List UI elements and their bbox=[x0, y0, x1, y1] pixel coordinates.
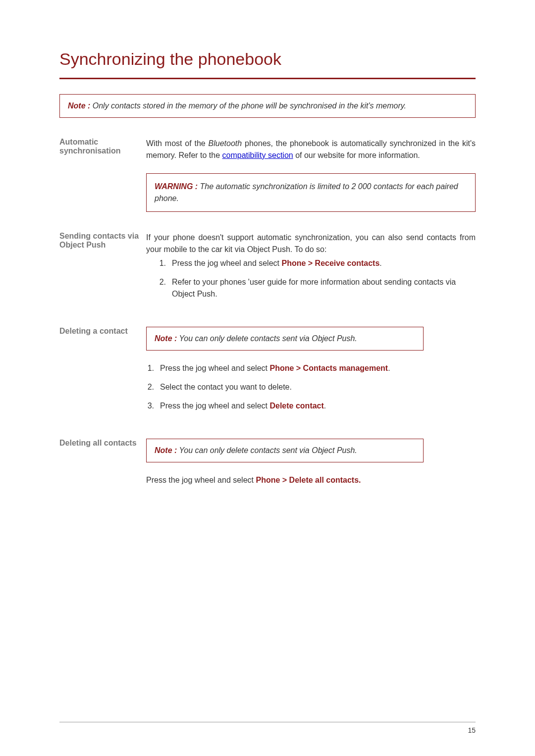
list-number: 3. bbox=[146, 400, 160, 412]
section-heading: Sending contacts via Object Push bbox=[59, 232, 146, 250]
footer-divider bbox=[59, 722, 476, 722]
note-text: Only contacts stored in the memory of th… bbox=[90, 101, 406, 110]
text: Press the jog wheel and select bbox=[172, 259, 281, 267]
list-item: 2. Select the contact you want to delete… bbox=[146, 381, 476, 393]
list-number: 1. bbox=[146, 257, 172, 269]
text: Select the contact you want to delete. bbox=[160, 383, 292, 391]
text: Press the jog wheel and select bbox=[146, 476, 256, 484]
section-delete-contact: Deleting a contact Note : You can only d… bbox=[59, 327, 476, 419]
menu-path: Phone > Delete all contacts. bbox=[256, 476, 361, 484]
text: Refer to your phones 'user guide for mor… bbox=[172, 278, 456, 298]
text: . bbox=[388, 364, 390, 372]
note-text: You can only delete contacts sent via Ob… bbox=[177, 446, 357, 454]
section-object-push: Sending contacts via Object Push If your… bbox=[59, 232, 476, 307]
top-note-box: Note : Only contacts stored in the memor… bbox=[59, 94, 476, 118]
section-heading: Deleting all contacts bbox=[59, 439, 146, 448]
bluetooth-term: Bluetooth bbox=[209, 139, 242, 148]
note-label: Note : bbox=[155, 334, 177, 343]
instruction: Press the jog wheel and select Phone > D… bbox=[146, 474, 476, 486]
warning-box: WARNING : The automatic synchronization … bbox=[146, 173, 476, 212]
compatibility-link[interactable]: compatibility section bbox=[222, 151, 293, 159]
warning-label: WARNING : bbox=[155, 182, 198, 191]
menu-path: Phone > Receive contacts bbox=[281, 259, 379, 267]
text: . bbox=[379, 259, 381, 267]
list-number: 2. bbox=[146, 381, 160, 393]
section-heading: Deleting a contact bbox=[59, 327, 146, 336]
warning-text: The automatic synchronization is limited… bbox=[155, 182, 458, 202]
page-number: 15 bbox=[468, 726, 476, 734]
paragraph: If your phone doesn't support automatic … bbox=[146, 232, 476, 255]
text: of our website for more information. bbox=[293, 151, 420, 159]
text: . bbox=[324, 402, 326, 410]
note-text: You can only delete contacts sent via Ob… bbox=[177, 334, 357, 343]
push-list: 1. Press the jog wheel and select Phone … bbox=[146, 257, 476, 300]
text: With most of the bbox=[146, 139, 209, 148]
list-item: 1. Press the jog wheel and select Phone … bbox=[146, 362, 476, 374]
page-title: Synchronizing the phonebook bbox=[59, 50, 476, 69]
list-number: 2. bbox=[146, 276, 172, 300]
text: Press the jog wheel and select bbox=[160, 364, 269, 372]
list-item: 3. Press the jog wheel and select Delete… bbox=[146, 400, 476, 412]
paragraph: With most of the Bluetooth phones, the p… bbox=[146, 138, 476, 161]
menu-path: Delete contact bbox=[269, 402, 323, 410]
list-item: 2. Refer to your phones 'user guide for … bbox=[146, 276, 476, 300]
section-heading: Automatic synchronisation bbox=[59, 138, 146, 155]
text: Press the jog wheel and select bbox=[160, 402, 269, 410]
note-box: Note : You can only delete contacts sent… bbox=[146, 439, 424, 462]
note-box: Note : You can only delete contacts sent… bbox=[146, 327, 424, 351]
list-item: 1. Press the jog wheel and select Phone … bbox=[146, 257, 476, 269]
section-automatic-sync: Automatic synchronisation With most of t… bbox=[59, 138, 476, 212]
title-divider bbox=[59, 78, 476, 79]
list-number: 1. bbox=[146, 362, 160, 374]
menu-path: Phone > Contacts management bbox=[269, 364, 388, 372]
note-label: Note : bbox=[68, 101, 90, 110]
note-label: Note : bbox=[155, 446, 177, 454]
section-delete-all: Deleting all contacts Note : You can onl… bbox=[59, 439, 476, 486]
delete-one-list: 1. Press the jog wheel and select Phone … bbox=[146, 362, 476, 412]
